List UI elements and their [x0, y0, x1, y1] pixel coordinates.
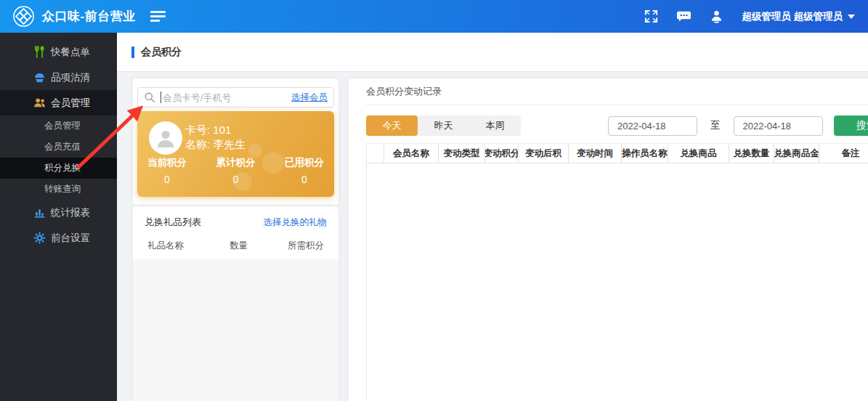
records-panel: 会员积分变动记录 今天 昨天 本周 至 搜索 会员名称 变动类型 变动积分	[349, 78, 868, 401]
caret-down-icon	[848, 15, 855, 19]
gift-col-points: 所需积分	[261, 240, 324, 252]
sidebar-item-label: 会员管理	[51, 97, 90, 110]
tab-today[interactable]: 今天	[366, 116, 418, 136]
tab-this-week[interactable]: 本周	[469, 116, 521, 136]
col-points-after: 变动后积	[519, 144, 569, 163]
bowl-icon	[33, 71, 46, 84]
gear-icon	[33, 232, 46, 244]
records-title: 会员积分变动记录	[366, 85, 442, 98]
records-title-row: 会员积分变动记录	[366, 78, 868, 105]
members-submenu: 会员管理 会员充值 积分兑换 转账查询	[0, 116, 117, 200]
messages-icon[interactable]	[676, 9, 691, 24]
col-exchange-amount: 兑换商品金	[774, 144, 819, 163]
sidebar-item-label: 品项沽清	[51, 71, 90, 84]
gift-table-header: 礼品名称 数量 所需积分	[133, 229, 338, 259]
page-header: 会员积分	[117, 33, 868, 72]
sidebar-item-members[interactable]: 会员管理	[0, 90, 117, 116]
select-gift-link[interactable]: 选择兑换的礼物	[264, 216, 328, 229]
sidebar-item-label: 统计报表	[51, 206, 90, 219]
col-select	[367, 144, 384, 163]
sidebar-item-label: 快餐点单	[51, 46, 90, 59]
title-marker	[131, 46, 134, 58]
col-operator: 操作员名称	[622, 144, 668, 163]
member-search-input[interactable]	[163, 92, 291, 103]
date-from-input[interactable]	[608, 116, 697, 136]
sidebar: 快餐点单 品项沽清 会员管理 会员管理 会员充值 积分兑换 转账查询 统计报表	[0, 33, 117, 401]
gift-list-title: 兑换礼品列表	[145, 216, 201, 229]
member-avatar	[149, 121, 182, 155]
date-separator: 至	[710, 119, 721, 132]
records-table: 会员名称 变动类型 变动积分 变动后积 变动时间 操作员名称 兑换商品 兑换数量…	[366, 143, 868, 401]
bar-chart-icon	[33, 206, 46, 219]
gift-list-panel: 兑换礼品列表 选择兑换的礼物 礼品名称 数量 所需积分	[133, 206, 338, 401]
col-member-name: 会员名称	[384, 144, 439, 163]
user-icon[interactable]	[709, 9, 724, 24]
fullscreen-icon[interactable]	[644, 9, 659, 24]
current-user-label: 超级管理员 超级管理员	[742, 10, 843, 23]
topbar: 众口味-前台营业 超级管理员 超级管理员	[0, 0, 868, 33]
member-name: 名称: 李先生	[185, 137, 246, 152]
gift-col-qty: 数量	[216, 240, 261, 252]
col-change-time: 变动时间	[569, 144, 622, 163]
col-exchange-qty: 兑换数量	[729, 144, 774, 163]
col-remark: 备注	[819, 144, 868, 163]
content: 选择会员 卡号: 101 名称: 李先生 当	[117, 72, 868, 401]
col-exchange-goods: 兑换商品	[668, 144, 729, 163]
col-change-type: 变动类型	[439, 144, 485, 163]
records-controls: 今天 昨天 本周 至 搜索	[366, 116, 868, 136]
menu-toggle-icon[interactable]	[150, 11, 166, 22]
member-card-number: 卡号: 101	[185, 123, 246, 137]
gift-col-name: 礼品名称	[147, 240, 216, 252]
app-title: 众口味-前台营业	[42, 8, 136, 25]
date-to-input[interactable]	[734, 116, 823, 136]
member-stats: 当前积分 0 累计积分 0 已用积分 0	[137, 156, 334, 185]
stat-used-points: 已用积分 0	[285, 156, 324, 185]
gift-table-body-empty	[133, 259, 338, 401]
col-change-points: 变动积分	[485, 144, 519, 163]
select-member-link[interactable]: 选择会员	[291, 92, 328, 104]
member-panel: 选择会员 卡号: 101 名称: 李先生 当	[133, 78, 338, 205]
tab-yesterday[interactable]: 昨天	[418, 116, 469, 136]
stat-current-points: 当前积分 0	[147, 156, 187, 185]
sidebar-item-soldout[interactable]: 品项沽清	[0, 65, 117, 90]
input-caret	[161, 92, 161, 103]
current-user-menu[interactable]: 超级管理员 超级管理员	[742, 10, 855, 23]
member-search-box[interactable]: 选择会员	[137, 87, 334, 108]
date-range-tabs: 今天 昨天 本周	[366, 116, 521, 136]
search-icon	[144, 92, 155, 103]
sidebar-subitem-transfer-query[interactable]: 转账查询	[0, 179, 117, 200]
stat-total-points: 累计积分 0	[216, 156, 256, 185]
app-logo-icon	[12, 5, 35, 28]
sidebar-subitem-member-manage[interactable]: 会员管理	[0, 116, 117, 137]
sidebar-item-fast-order[interactable]: 快餐点单	[0, 39, 117, 65]
sidebar-item-label: 前台设置	[51, 232, 90, 245]
members-icon	[33, 97, 46, 109]
decorative-bubble	[248, 143, 262, 158]
page-title: 会员积分	[141, 46, 182, 59]
member-info: 卡号: 101 名称: 李先生	[185, 123, 246, 152]
utensils-icon	[33, 46, 46, 58]
sidebar-item-reports[interactable]: 统计报表	[0, 200, 117, 225]
member-points-card: 卡号: 101 名称: 李先生 当前积分 0 累计积分 0 已用积分 0	[137, 111, 334, 197]
sidebar-item-settings[interactable]: 前台设置	[0, 225, 117, 251]
sidebar-subitem-member-recharge[interactable]: 会员充值	[0, 137, 117, 158]
sidebar-subitem-points-exchange[interactable]: 积分兑换	[0, 158, 117, 179]
main-area: 会员积分 选择会员	[117, 33, 868, 401]
records-table-header: 会员名称 变动类型 变动积分 变动后积 变动时间 操作员名称 兑换商品 兑换数量…	[367, 143, 868, 163]
search-button[interactable]: 搜索	[834, 116, 868, 136]
